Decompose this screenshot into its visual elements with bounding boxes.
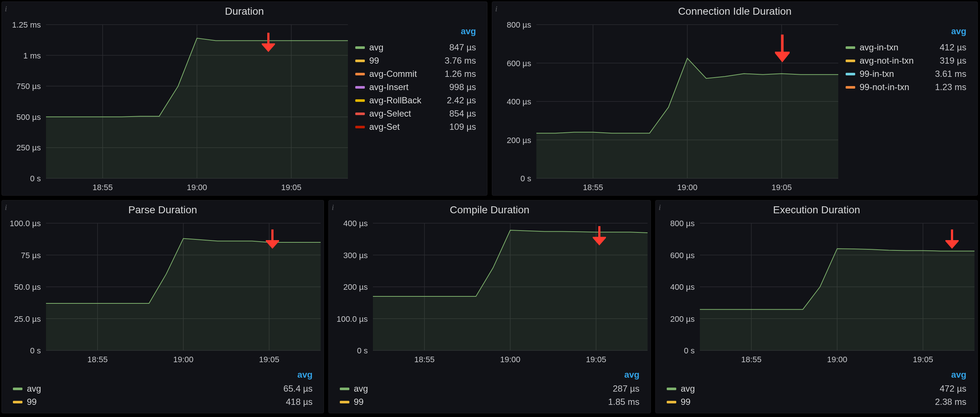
legend-value: 1.23 ms [935, 82, 966, 92]
legend-swatch [846, 60, 855, 62]
legend-item-avg[interactable]: avg847 µs [355, 41, 476, 54]
legend-swatch [355, 60, 365, 62]
legend-name: avg-Commit [369, 69, 417, 79]
svg-text:800 µs: 800 µs [507, 20, 531, 29]
legend-value: 65.4 µs [283, 384, 313, 394]
legend-item-avg-rollback[interactable]: avg-RollBack2.42 µs [355, 94, 476, 107]
svg-text:600 µs: 600 µs [670, 251, 695, 260]
svg-text:19:05: 19:05 [281, 183, 302, 192]
svg-text:400 µs: 400 µs [344, 219, 368, 228]
svg-text:75 µs: 75 µs [21, 251, 41, 260]
legend-swatch [13, 401, 22, 403]
legend-item-avg[interactable]: avg65.4 µs [13, 382, 313, 395]
legend-item-99-in-txn[interactable]: 99-in-txn3.61 ms [846, 67, 966, 81]
legend-swatch [340, 388, 349, 390]
chart-idle[interactable]: 0 s200 µs400 µs600 µs800 µs18:5519:0019:… [492, 19, 841, 195]
info-icon[interactable]: i [332, 203, 334, 212]
legend-item-99[interactable]: 993.76 ms [355, 54, 476, 67]
panel-duration: i Duration 0 s250 µs500 µs750 µs1 ms1.25… [2, 2, 487, 196]
chart-exec[interactable]: 0 s200 µs400 µs600 µs800 µs18:5519:0019:… [655, 217, 977, 367]
svg-text:18:55: 18:55 [741, 355, 761, 364]
legend-name: avg [369, 42, 383, 52]
chart-duration[interactable]: 0 s250 µs500 µs750 µs1 ms1.25 ms18:5519:… [2, 19, 351, 195]
svg-text:19:00: 19:00 [187, 183, 207, 192]
legend-duration: avg avg847 µs993.76 msavg-Commit1.26 msa… [351, 19, 487, 195]
legend-header: avg [355, 26, 476, 36]
svg-text:800 µs: 800 µs [670, 219, 695, 228]
legend-item-avg-not-in-txn[interactable]: avg-not-in-txn319 µs [846, 54, 966, 67]
legend-item-avg-select[interactable]: avg-Select854 µs [355, 107, 476, 120]
svg-text:19:00: 19:00 [500, 355, 520, 364]
legend-swatch [355, 86, 365, 89]
legend-value: 847 µs [449, 42, 476, 52]
legend-item-avg-in-txn[interactable]: avg-in-txn412 µs [846, 41, 966, 54]
legend-item-avg-commit[interactable]: avg-Commit1.26 ms [355, 67, 476, 81]
svg-text:1.25 ms: 1.25 ms [12, 20, 41, 29]
svg-text:19:05: 19:05 [913, 355, 933, 364]
legend-value: 3.76 ms [445, 55, 476, 66]
chart-compile[interactable]: 0 s100.0 µs200 µs300 µs400 µs18:5519:001… [329, 217, 651, 367]
legend-item-99[interactable]: 991.85 ms [340, 395, 640, 409]
panel-compile: i Compile Duration 0 s100.0 µs200 µs300 … [328, 200, 651, 413]
svg-text:50.0 µs: 50.0 µs [14, 282, 41, 292]
svg-text:200 µs: 200 µs [670, 314, 695, 323]
info-icon[interactable]: i [5, 203, 7, 212]
info-icon[interactable]: i [495, 4, 497, 14]
legend-item-avg[interactable]: avg472 µs [667, 382, 966, 395]
legend-item-avg[interactable]: avg287 µs [340, 382, 640, 395]
legend-item-99[interactable]: 99418 µs [13, 395, 313, 409]
svg-text:25.0 µs: 25.0 µs [14, 314, 41, 323]
info-icon[interactable]: i [5, 4, 7, 14]
legend-swatch [667, 388, 676, 390]
legend-name: avg-Select [369, 108, 411, 119]
legend-value: 998 µs [449, 82, 476, 92]
legend-item-avg-insert[interactable]: avg-Insert998 µs [355, 81, 476, 94]
legend-name: avg-Insert [369, 82, 409, 92]
svg-text:1 ms: 1 ms [23, 51, 41, 60]
panel-title: Execution Duration [655, 200, 977, 217]
legend-value: 109 µs [449, 122, 476, 132]
legend-swatch [355, 126, 365, 128]
legend-name: 99-not-in-txn [860, 82, 909, 92]
legend-item-avg-set[interactable]: avg-Set109 µs [355, 120, 476, 133]
legend-value: 1.85 ms [608, 397, 640, 407]
legend-exec: avg avg472 µs992.38 ms [655, 367, 977, 413]
panel-title: Connection Idle Duration [492, 2, 977, 19]
svg-text:200 µs: 200 µs [507, 136, 531, 145]
legend-item-99[interactable]: 992.38 ms [667, 395, 966, 409]
svg-text:19:05: 19:05 [772, 183, 792, 192]
legend-parse: avg avg65.4 µs99418 µs [2, 367, 324, 413]
svg-text:0 s: 0 s [684, 346, 695, 355]
svg-text:400 µs: 400 µs [670, 282, 695, 292]
svg-text:100.0 µs: 100.0 µs [336, 314, 368, 323]
svg-text:100.0 µs: 100.0 µs [10, 219, 41, 228]
svg-text:19:00: 19:00 [827, 355, 847, 364]
panel-title: Duration [2, 2, 487, 19]
legend-swatch [355, 99, 365, 102]
legend-swatch [846, 46, 855, 49]
panel-exec: i Execution Duration 0 s200 µs400 µs600 … [655, 200, 978, 413]
legend-swatch [355, 73, 365, 75]
legend-value: 2.38 ms [935, 397, 966, 407]
legend-swatch [667, 401, 676, 403]
legend-swatch [355, 46, 365, 49]
panel-idle: i Connection Idle Duration 0 s200 µs400 … [492, 2, 978, 196]
chart-parse[interactable]: 0 s25.0 µs50.0 µs75 µs100.0 µs18:5519:00… [2, 217, 324, 367]
legend-value: 1.26 ms [445, 69, 476, 79]
info-icon[interactable]: i [659, 203, 661, 212]
legend-value: 418 µs [286, 397, 313, 407]
legend-compile: avg avg287 µs991.85 ms [329, 367, 651, 413]
legend-value: 854 µs [449, 108, 476, 119]
legend-name: avg [681, 384, 695, 394]
svg-text:19:00: 19:00 [677, 183, 697, 192]
legend-name: 99 [369, 55, 379, 66]
svg-text:300 µs: 300 µs [344, 251, 368, 260]
legend-idle: avg avg-in-txn412 µsavg-not-in-txn319 µs… [841, 19, 977, 195]
svg-text:500 µs: 500 µs [17, 113, 41, 122]
legend-item-99-not-in-txn[interactable]: 99-not-in-txn1.23 ms [846, 81, 966, 94]
legend-header: avg [340, 369, 640, 380]
svg-text:19:05: 19:05 [259, 355, 279, 364]
panel-title: Parse Duration [2, 200, 324, 217]
legend-value: 287 µs [612, 384, 640, 394]
legend-header: avg [13, 369, 313, 380]
